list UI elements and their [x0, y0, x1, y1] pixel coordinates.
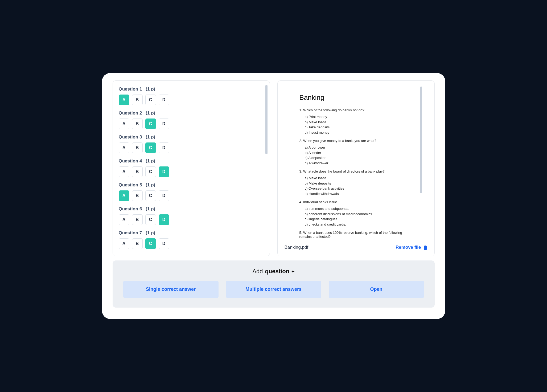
add-question-panel: Add question + Single correct answerMult…	[113, 260, 435, 308]
answer-option-d[interactable]: D	[159, 214, 169, 225]
doc-question-options: a) A borrowerb) A lenderc) A depositord)…	[299, 145, 415, 166]
answer-option-d[interactable]: D	[159, 119, 169, 129]
app-frame: Question 1(1 p)ABCDQuestion 2(1 p)ABCDQu…	[102, 73, 445, 319]
question-points: (1 p)	[146, 230, 155, 236]
scrollbar[interactable]	[420, 87, 422, 193]
answer-option-c[interactable]: C	[145, 238, 156, 249]
answer-option-d[interactable]: D	[159, 95, 169, 105]
question-header: Question 2(1 p)	[119, 111, 264, 116]
preview-panel: Banking 1. Which of the following do ban…	[277, 80, 435, 256]
doc-question-options: a) Print moneyb) Make loansc) Take depos…	[299, 114, 415, 135]
question-label: Question 6	[119, 206, 142, 212]
answer-option-a[interactable]: A	[119, 119, 129, 129]
doc-question: 5. When a bank uses 100% reserve banking…	[299, 231, 415, 241]
answer-option-d[interactable]: D	[159, 166, 169, 177]
question-label: Question 3	[119, 134, 142, 140]
doc-question-options: a) The money supplyb) The interest ratec…	[299, 241, 415, 241]
answer-options: ABCD	[119, 95, 264, 105]
doc-question-text: 4. Individual banks issue	[299, 200, 415, 204]
answer-option-c[interactable]: C	[145, 142, 156, 153]
answer-option-b[interactable]: B	[132, 142, 143, 153]
answer-option-b[interactable]: B	[132, 214, 143, 225]
add-question-title: Add question +	[252, 268, 295, 275]
doc-question-options: a) summons and subpoenas.b) coherent dis…	[299, 206, 415, 227]
question-label: Question 7	[119, 230, 142, 236]
answer-option-a[interactable]: A	[119, 190, 129, 201]
add-option-button[interactable]: Single correct answer	[123, 281, 219, 298]
document-body: 1. Which of the following do banks not d…	[299, 108, 415, 241]
answer-option-b[interactable]: B	[132, 95, 143, 105]
question-block: Question 7(1 p)ABCD	[119, 230, 264, 249]
doc-question-text: 3. What role does the board of directors…	[299, 169, 415, 173]
question-block: Question 1(1 p)ABCD	[119, 87, 264, 105]
question-header: Question 4(1 p)	[119, 158, 264, 164]
doc-question: 2. When you give money to a bank, you ar…	[299, 139, 415, 166]
answer-option-d[interactable]: D	[159, 142, 169, 153]
answer-option-b[interactable]: B	[132, 238, 143, 249]
plus-icon: +	[291, 268, 295, 275]
question-label: Question 5	[119, 182, 142, 188]
add-option-button[interactable]: Multiple correct answers	[226, 281, 321, 298]
answer-option-a[interactable]: A	[119, 166, 129, 177]
document-preview: Banking 1. Which of the following do ban…	[283, 87, 429, 241]
add-bold: question	[265, 268, 289, 275]
doc-question-text: 5. When a bank uses 100% reserve banking…	[299, 231, 415, 239]
doc-option: b) Make deposits	[305, 181, 415, 186]
file-name: Banking.pdf	[285, 245, 309, 250]
add-question-options: Single correct answerMultiple correct an…	[123, 281, 424, 298]
answer-option-a[interactable]: A	[119, 214, 129, 225]
question-points: (1 p)	[146, 158, 155, 164]
doc-option: c) lingerie catalogues.	[305, 217, 415, 222]
answer-option-a[interactable]: A	[119, 238, 129, 249]
answer-option-a[interactable]: A	[119, 95, 129, 105]
add-prefix: Add	[252, 268, 263, 275]
question-block: Question 3(1 p)ABCD	[119, 134, 264, 153]
doc-option: a) summons and subpoenas.	[305, 206, 415, 211]
question-block: Question 5(1 p)ABCD	[119, 182, 264, 201]
doc-option: d) checks and credit cards.	[305, 222, 415, 227]
doc-question: 3. What role does the board of directors…	[299, 169, 415, 196]
answer-option-a[interactable]: A	[119, 142, 129, 153]
answer-option-b[interactable]: B	[132, 119, 143, 129]
question-points: (1 p)	[146, 182, 155, 188]
scrollbar[interactable]	[265, 85, 268, 154]
question-block: Question 2(1 p)ABCD	[119, 111, 264, 129]
question-block: Question 4(1 p)ABCD	[119, 158, 264, 177]
doc-option: b) A lender	[305, 150, 415, 156]
question-points: (1 p)	[146, 134, 155, 140]
question-header: Question 1(1 p)	[119, 87, 264, 92]
answer-option-c[interactable]: C	[145, 190, 156, 201]
answer-options: ABCD	[119, 166, 264, 177]
doc-question-text: 2. When you give money to a bank, you ar…	[299, 139, 415, 143]
answer-option-d[interactable]: D	[159, 190, 169, 201]
question-header: Question 7(1 p)	[119, 230, 264, 236]
doc-option: d) Invest money	[305, 130, 415, 135]
questions-list: Question 1(1 p)ABCDQuestion 2(1 p)ABCDQu…	[119, 87, 264, 250]
doc-option: d) A withdrawer	[305, 161, 415, 166]
answer-option-c[interactable]: C	[145, 214, 156, 225]
question-points: (1 p)	[146, 206, 155, 212]
answer-option-b[interactable]: B	[132, 190, 143, 201]
trash-icon	[423, 245, 427, 250]
answer-option-c[interactable]: C	[145, 166, 156, 177]
answer-option-c[interactable]: C	[145, 119, 156, 129]
answer-options: ABCD	[119, 238, 264, 249]
doc-question: 1. Which of the following do banks not d…	[299, 108, 415, 135]
doc-question-text: 1. Which of the following do banks not d…	[299, 108, 415, 112]
doc-option: c) Take deposits	[305, 125, 415, 130]
add-option-button[interactable]: Open	[329, 281, 424, 298]
questions-panel: Question 1(1 p)ABCDQuestion 2(1 p)ABCDQu…	[113, 80, 270, 256]
doc-option: a) Make loans	[305, 175, 415, 181]
answer-option-c[interactable]: C	[145, 95, 156, 105]
question-header: Question 5(1 p)	[119, 182, 264, 188]
question-block: Question 6(1 p)ABCD	[119, 206, 264, 225]
doc-question-options: a) Make loansb) Make depositsc) Oversee …	[299, 175, 415, 196]
answer-option-d[interactable]: D	[159, 238, 169, 249]
doc-option: b) Make loans	[305, 120, 415, 125]
doc-option: b) coherent discussions of macroeconomic…	[305, 211, 415, 217]
remove-file-button[interactable]: Remove file	[396, 245, 427, 250]
question-header: Question 6(1 p)	[119, 206, 264, 212]
answer-options: ABCD	[119, 214, 264, 225]
question-label: Question 4	[119, 158, 142, 164]
answer-option-b[interactable]: B	[132, 166, 143, 177]
